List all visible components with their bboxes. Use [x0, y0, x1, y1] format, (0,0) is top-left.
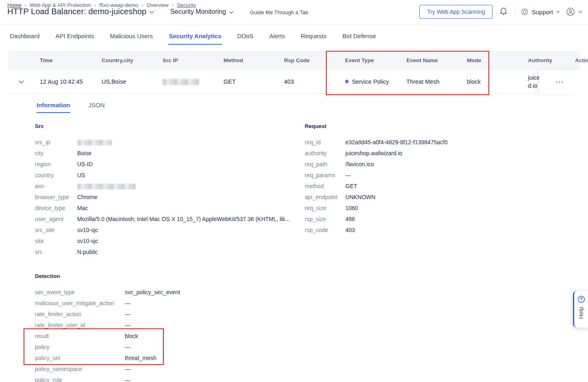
help-tab[interactable]: Help [573, 291, 588, 328]
tab-alerts[interactable]: Alerts [269, 28, 285, 45]
column-header-method: Method [215, 57, 276, 63]
field-row: user_agentMozilla/5.0 (Macintosh; Intel … [35, 214, 301, 225]
field-row: authorityjuiceshop.wafwizard.io [305, 148, 532, 159]
field-row: policy_namespace— [35, 364, 301, 375]
field-row: req_size1060 [305, 203, 532, 214]
field-row: browser_typeChrome [35, 192, 301, 203]
field-row: policy_setthreat_mesh [35, 353, 301, 364]
row-time: 12 Aug 10:42:45 [32, 78, 93, 85]
detail-tab-json[interactable]: JSON [89, 102, 105, 113]
row-event-name: Threat Mesh [398, 78, 459, 85]
view-selector[interactable]: Security Monitoring [170, 8, 234, 15]
chevron-down-icon [556, 11, 560, 13]
field-row: countryUS [35, 170, 301, 181]
row-actions-menu-icon[interactable] [553, 79, 566, 85]
field-row: policy— [35, 342, 301, 353]
column-header-time: Time [32, 57, 93, 63]
redacted-value [163, 79, 199, 85]
column-header-event-name: Event Name [398, 57, 459, 63]
tab-api-endpoints[interactable]: API Endpoints [55, 28, 94, 45]
column-header-authority: Authority [520, 56, 564, 65]
field-row: cityBoise [35, 148, 301, 159]
row-rsp-code: 403 [276, 78, 337, 85]
tab-requests[interactable]: Requests [300, 28, 327, 45]
tab-ddos[interactable]: DDoS [237, 28, 254, 45]
tab-malicious-users[interactable]: Malicious Users [109, 28, 153, 45]
row-country-city: US,Boise [93, 78, 154, 85]
title-row: HTTP Load Balancer: demo-juiceshop Secur… [7, 7, 308, 16]
security-events-table: Time Country,city Src IP Method Rsp Code… [8, 51, 580, 94]
title-chevron-down-icon[interactable] [150, 8, 154, 15]
column-header-rsp-code: Rsp Code [276, 57, 337, 63]
event-table-row[interactable]: 12 Aug 10:42:45 US,Boise GET 403 Service… [8, 70, 580, 94]
row-actions-cell [539, 70, 580, 94]
column-header-country-city: Country,city [93, 57, 154, 63]
field-row: methodGET [305, 181, 532, 192]
field-row: api_endpointUNKNOWN [305, 192, 532, 203]
divider [514, 7, 515, 17]
table-header-row: Time Country,city Src IP Method Rsp Code… [8, 51, 580, 70]
view-selector-label: Security Monitoring [170, 8, 226, 15]
top-bar: Home › Web App & API Protection › f5xc-w… [0, 0, 588, 24]
field-row: regionUS-ID [35, 159, 301, 170]
detail-tab-bar: Information JSON [37, 102, 105, 113]
notifications-bell-icon[interactable] [498, 7, 509, 17]
section-title-detection: Detection [35, 273, 301, 280]
field-row: asn [35, 181, 301, 192]
event-type-dot-icon [345, 80, 349, 83]
field-row: req_path/favicon.ico [305, 159, 532, 170]
page-title: HTTP Load Balancer: demo-juiceshop [7, 7, 146, 16]
field-row: req_params— [305, 170, 532, 181]
field-row: sec_event_typesvc_policy_sec_event [35, 287, 301, 298]
tab-bot-defense[interactable]: Bot Defense [342, 28, 377, 45]
top-right-cluster: Try Web App Scanning Support [419, 5, 582, 19]
try-web-app-scanning-button[interactable]: Try Web App Scanning [419, 5, 493, 19]
detail-tab-information[interactable]: Information [37, 102, 70, 113]
section-title-request: Request [305, 123, 532, 130]
redacted-value [77, 140, 112, 145]
field-row: rate_limiter_user_id— [35, 320, 301, 331]
field-row: req_ide32a8d45-a0f4-4829-8f12-f1398475ac… [305, 137, 532, 148]
tab-security-analytics[interactable]: Security Analytics [168, 28, 222, 45]
field-row: src_sitesv10-sjc [35, 225, 301, 236]
field-row: rate_limiter_action— [35, 309, 301, 320]
field-row: resultblock [35, 331, 301, 342]
tab-dashboard[interactable]: Dashboard [9, 28, 40, 45]
app-window: Home › Web App & API Protection › f5xc-w… [0, 0, 588, 382]
row-src-ip-redacted [154, 78, 215, 85]
field-row: sitesv10-sjc [35, 236, 301, 247]
account-menu[interactable] [566, 7, 582, 17]
user-avatar-icon [566, 7, 575, 17]
support-menu[interactable]: Support [521, 8, 560, 16]
chevron-down-icon [229, 8, 234, 15]
column-header-src-ip: Src IP [154, 57, 215, 63]
help-question-icon [577, 295, 585, 303]
row-mode: block [459, 78, 520, 85]
guide-me-link[interactable]: Guide Me Through a Tab [250, 8, 308, 15]
column-header-event-type: Event Type [337, 57, 398, 63]
row-expander-chevron-down-icon[interactable] [19, 78, 24, 85]
column-header-actions: Actions [564, 57, 588, 63]
help-label: Help [578, 307, 584, 319]
field-row: policy_rule— [35, 375, 301, 382]
field-row: device_typeMac [35, 203, 301, 214]
support-label: Support [532, 9, 553, 15]
lb-tab-bar: Dashboard API Endpoints Malicious Users … [0, 24, 588, 49]
chevron-down-icon [578, 11, 582, 13]
field-row: rsp_code403 [305, 225, 532, 236]
request-section: Request req_ide32a8d45-a0f4-4829-8f12-f1… [305, 123, 532, 236]
field-row: src_ip [35, 137, 301, 148]
column-header-mode: Mode [459, 57, 520, 63]
section-title-src: Src [35, 123, 301, 130]
field-row: srcN:public [35, 247, 301, 258]
support-lifering-icon [521, 8, 529, 16]
redacted-value [77, 184, 136, 189]
field-row: malicious_user_mitigate_action— [35, 298, 301, 309]
field-row: rsp_size488 [305, 214, 532, 225]
row-method: GET [215, 78, 276, 85]
detection-section: Detection sec_event_typesvc_policy_sec_e… [35, 273, 301, 382]
src-section: Src src_ip cityBoise regionUS-ID country… [35, 123, 301, 258]
row-event-type: Service Policy [337, 78, 398, 85]
